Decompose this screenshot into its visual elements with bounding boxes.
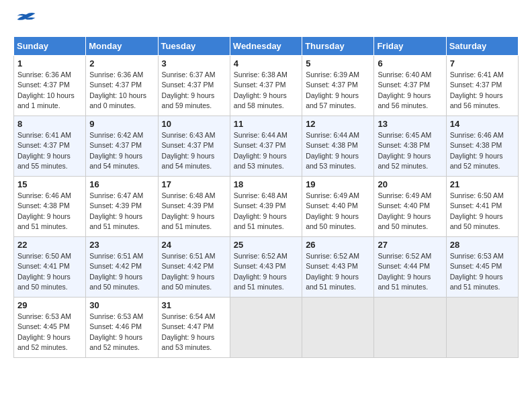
col-header-saturday: Saturday bbox=[446, 37, 518, 56]
day-cell: 25 Sunrise: 6:52 AMSunset: 4:43 PMDaylig… bbox=[230, 237, 302, 298]
day-detail: Sunrise: 6:37 AMSunset: 4:37 PMDaylight:… bbox=[162, 71, 216, 109]
day-cell: 26 Sunrise: 6:52 AMSunset: 4:43 PMDaylig… bbox=[302, 237, 374, 298]
day-detail: Sunrise: 6:42 AMSunset: 4:37 PMDaylight:… bbox=[89, 131, 143, 170]
day-cell: 4 Sunrise: 6:38 AMSunset: 4:37 PMDayligh… bbox=[230, 56, 302, 116]
day-cell: 17 Sunrise: 6:48 AMSunset: 4:39 PMDaylig… bbox=[158, 177, 230, 237]
day-detail: Sunrise: 6:41 AMSunset: 4:37 PMDaylight:… bbox=[17, 131, 71, 170]
col-header-monday: Monday bbox=[86, 37, 158, 56]
week-row-2: 8 Sunrise: 6:41 AMSunset: 4:37 PMDayligh… bbox=[14, 116, 519, 177]
day-number: 19 bbox=[306, 179, 370, 189]
day-number: 27 bbox=[378, 240, 442, 250]
week-row-1: 1 Sunrise: 6:36 AMSunset: 4:37 PMDayligh… bbox=[14, 56, 519, 116]
day-number: 30 bbox=[89, 300, 154, 310]
day-cell: 28 Sunrise: 6:53 AMSunset: 4:45 PMDaylig… bbox=[446, 237, 518, 298]
day-cell bbox=[374, 298, 446, 358]
day-number: 21 bbox=[450, 179, 515, 189]
day-number: 4 bbox=[234, 58, 298, 68]
day-detail: Sunrise: 6:48 AMSunset: 4:39 PMDaylight:… bbox=[234, 191, 287, 230]
day-detail: Sunrise: 6:43 AMSunset: 4:37 PMDaylight:… bbox=[162, 131, 216, 170]
day-cell: 16 Sunrise: 6:47 AMSunset: 4:39 PMDaylig… bbox=[86, 177, 158, 237]
col-header-thursday: Thursday bbox=[302, 37, 374, 56]
calendar-table: SundayMondayTuesdayWednesdayThursdayFrid… bbox=[13, 36, 519, 358]
day-number: 5 bbox=[306, 58, 370, 68]
day-number: 23 bbox=[89, 240, 154, 250]
day-detail: Sunrise: 6:52 AMSunset: 4:44 PMDaylight:… bbox=[378, 252, 431, 291]
day-number: 8 bbox=[17, 119, 82, 129]
col-header-tuesday: Tuesday bbox=[158, 37, 230, 56]
col-header-friday: Friday bbox=[374, 37, 446, 56]
day-cell: 3 Sunrise: 6:37 AMSunset: 4:37 PMDayligh… bbox=[158, 56, 230, 116]
day-detail: Sunrise: 6:53 AMSunset: 4:45 PMDaylight:… bbox=[17, 312, 71, 351]
day-detail: Sunrise: 6:54 AMSunset: 4:47 PMDaylight:… bbox=[162, 312, 216, 351]
page-header bbox=[13, 13, 519, 30]
day-detail: Sunrise: 6:49 AMSunset: 4:40 PMDaylight:… bbox=[306, 191, 359, 230]
day-cell: 19 Sunrise: 6:49 AMSunset: 4:40 PMDaylig… bbox=[302, 177, 374, 237]
day-cell: 15 Sunrise: 6:46 AMSunset: 4:38 PMDaylig… bbox=[14, 177, 86, 237]
day-number: 10 bbox=[162, 119, 226, 129]
day-number: 28 bbox=[450, 240, 515, 250]
day-detail: Sunrise: 6:36 AMSunset: 4:37 PMDaylight:… bbox=[89, 71, 146, 109]
day-detail: Sunrise: 6:53 AMSunset: 4:46 PMDaylight:… bbox=[89, 312, 143, 351]
day-cell: 24 Sunrise: 6:51 AMSunset: 4:42 PMDaylig… bbox=[158, 237, 230, 298]
day-cell: 20 Sunrise: 6:49 AMSunset: 4:40 PMDaylig… bbox=[374, 177, 446, 237]
day-cell: 11 Sunrise: 6:44 AMSunset: 4:37 PMDaylig… bbox=[230, 116, 302, 177]
day-cell bbox=[302, 298, 374, 358]
day-detail: Sunrise: 6:39 AMSunset: 4:37 PMDaylight:… bbox=[306, 71, 359, 109]
logo bbox=[13, 13, 36, 30]
day-detail: Sunrise: 6:48 AMSunset: 4:39 PMDaylight:… bbox=[162, 191, 216, 230]
day-cell: 6 Sunrise: 6:40 AMSunset: 4:37 PMDayligh… bbox=[374, 56, 446, 116]
day-number: 31 bbox=[162, 300, 226, 310]
day-cell: 23 Sunrise: 6:51 AMSunset: 4:42 PMDaylig… bbox=[86, 237, 158, 298]
day-number: 29 bbox=[17, 300, 82, 310]
day-detail: Sunrise: 6:47 AMSunset: 4:39 PMDaylight:… bbox=[89, 191, 143, 230]
day-cell: 29 Sunrise: 6:53 AMSunset: 4:45 PMDaylig… bbox=[14, 298, 86, 358]
day-cell: 10 Sunrise: 6:43 AMSunset: 4:37 PMDaylig… bbox=[158, 116, 230, 177]
day-number: 12 bbox=[306, 119, 370, 129]
day-number: 9 bbox=[89, 119, 154, 129]
col-header-sunday: Sunday bbox=[14, 37, 86, 56]
day-detail: Sunrise: 6:52 AMSunset: 4:43 PMDaylight:… bbox=[234, 252, 287, 291]
day-detail: Sunrise: 6:38 AMSunset: 4:37 PMDaylight:… bbox=[234, 71, 287, 109]
day-number: 24 bbox=[162, 240, 226, 250]
day-detail: Sunrise: 6:50 AMSunset: 4:41 PMDaylight:… bbox=[450, 191, 504, 230]
day-number: 7 bbox=[450, 58, 515, 68]
day-number: 17 bbox=[162, 179, 226, 189]
logo-bird-icon bbox=[16, 11, 36, 25]
day-cell: 8 Sunrise: 6:41 AMSunset: 4:37 PMDayligh… bbox=[14, 116, 86, 177]
col-header-wednesday: Wednesday bbox=[230, 37, 302, 56]
day-cell: 14 Sunrise: 6:46 AMSunset: 4:38 PMDaylig… bbox=[446, 116, 518, 177]
day-cell: 18 Sunrise: 6:48 AMSunset: 4:39 PMDaylig… bbox=[230, 177, 302, 237]
day-cell: 31 Sunrise: 6:54 AMSunset: 4:47 PMDaylig… bbox=[158, 298, 230, 358]
day-number: 16 bbox=[89, 179, 154, 189]
day-number: 14 bbox=[450, 119, 515, 129]
week-row-3: 15 Sunrise: 6:46 AMSunset: 4:38 PMDaylig… bbox=[14, 177, 519, 237]
day-number: 25 bbox=[234, 240, 298, 250]
day-cell: 2 Sunrise: 6:36 AMSunset: 4:37 PMDayligh… bbox=[86, 56, 158, 116]
day-detail: Sunrise: 6:51 AMSunset: 4:42 PMDaylight:… bbox=[89, 252, 143, 291]
week-row-5: 29 Sunrise: 6:53 AMSunset: 4:45 PMDaylig… bbox=[14, 298, 519, 358]
day-number: 11 bbox=[234, 119, 298, 129]
day-number: 18 bbox=[234, 179, 298, 189]
day-cell: 21 Sunrise: 6:50 AMSunset: 4:41 PMDaylig… bbox=[446, 177, 518, 237]
day-cell bbox=[446, 298, 518, 358]
day-cell: 9 Sunrise: 6:42 AMSunset: 4:37 PMDayligh… bbox=[86, 116, 158, 177]
day-detail: Sunrise: 6:40 AMSunset: 4:37 PMDaylight:… bbox=[378, 71, 431, 109]
day-detail: Sunrise: 6:51 AMSunset: 4:42 PMDaylight:… bbox=[162, 252, 216, 291]
day-detail: Sunrise: 6:46 AMSunset: 4:38 PMDaylight:… bbox=[17, 191, 71, 230]
day-detail: Sunrise: 6:49 AMSunset: 4:40 PMDaylight:… bbox=[378, 191, 431, 230]
day-cell: 30 Sunrise: 6:53 AMSunset: 4:46 PMDaylig… bbox=[86, 298, 158, 358]
day-cell: 22 Sunrise: 6:50 AMSunset: 4:41 PMDaylig… bbox=[14, 237, 86, 298]
day-number: 6 bbox=[378, 58, 442, 68]
day-cell: 5 Sunrise: 6:39 AMSunset: 4:37 PMDayligh… bbox=[302, 56, 374, 116]
day-number: 2 bbox=[89, 58, 154, 68]
day-detail: Sunrise: 6:41 AMSunset: 4:37 PMDaylight:… bbox=[450, 71, 504, 109]
day-cell bbox=[230, 298, 302, 358]
day-cell: 27 Sunrise: 6:52 AMSunset: 4:44 PMDaylig… bbox=[374, 237, 446, 298]
day-number: 26 bbox=[306, 240, 370, 250]
day-number: 15 bbox=[17, 179, 82, 189]
day-number: 3 bbox=[162, 58, 226, 68]
day-detail: Sunrise: 6:36 AMSunset: 4:37 PMDaylight:… bbox=[17, 71, 75, 109]
day-cell: 7 Sunrise: 6:41 AMSunset: 4:37 PMDayligh… bbox=[446, 56, 518, 116]
day-number: 1 bbox=[17, 58, 82, 68]
day-detail: Sunrise: 6:52 AMSunset: 4:43 PMDaylight:… bbox=[306, 252, 359, 291]
